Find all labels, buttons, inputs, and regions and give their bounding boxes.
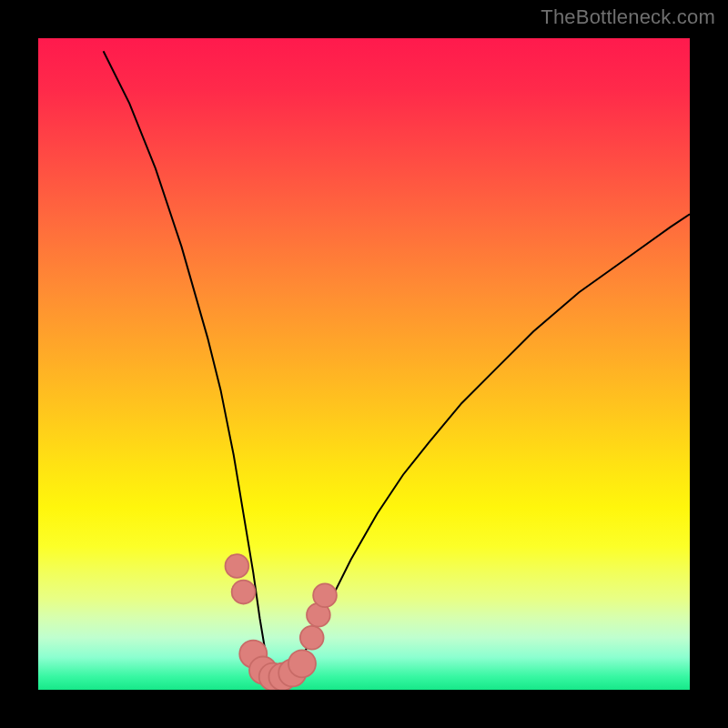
chart-frame: TheBottleneck.com	[0, 0, 728, 728]
curve-marker	[300, 626, 324, 650]
curve-marker	[313, 583, 337, 607]
attribution-text: TheBottleneck.com	[541, 5, 715, 29]
curve-layer	[38, 38, 690, 690]
plot-area	[38, 38, 690, 690]
curve-marker	[225, 554, 248, 578]
bottleneck-curve	[104, 51, 690, 683]
curve-marker	[288, 650, 316, 677]
curve-marker	[232, 581, 256, 604]
